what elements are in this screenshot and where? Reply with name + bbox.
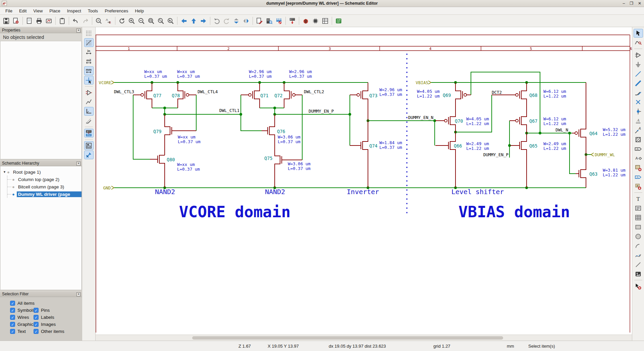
wl-parameters[interactable]: W=xx umL=0.37 um xyxy=(144,69,167,79)
annotate-button[interactable]: R?? xyxy=(288,16,297,25)
transistor-Q70[interactable] xyxy=(435,109,455,132)
plot-button[interactable] xyxy=(44,16,53,25)
filter-symbols[interactable]: ✓Symbols xyxy=(10,308,34,313)
delete-tool-button[interactable] xyxy=(634,282,643,291)
power-label[interactable]: VCORE xyxy=(99,80,111,85)
save-button[interactable] xyxy=(2,16,11,25)
wl-parameters[interactable]: W=3.06 umL=0.37 um xyxy=(278,134,301,144)
reference-designator[interactable]: Q73 xyxy=(369,93,377,98)
zoom-in-button[interactable] xyxy=(127,16,136,25)
reference-designator[interactable]: Q63 xyxy=(589,171,597,177)
wl-parameters[interactable]: W=xx umL=0.37 um xyxy=(177,162,200,172)
wire[interactable] xyxy=(455,95,492,132)
zoom-selection-button[interactable] xyxy=(166,16,175,25)
expander-icon[interactable]: ▼ xyxy=(3,170,7,174)
reference-designator[interactable]: Q79 xyxy=(153,129,161,134)
nav-forward-button[interactable] xyxy=(199,16,208,25)
transistor-Q80[interactable] xyxy=(150,155,165,188)
section-label[interactable]: Level shifter xyxy=(451,188,504,196)
place-power-button[interactable] xyxy=(634,60,643,69)
reference-designator[interactable]: Q68 xyxy=(529,93,537,98)
wl-parameters[interactable]: W=2.96 umL=0.37 um xyxy=(379,87,402,97)
checkbox-icon[interactable]: ✓ xyxy=(34,322,39,327)
checkbox-icon[interactable]: ✓ xyxy=(34,308,39,313)
wl-parameters[interactable]: W=6.12 umL=1.22 um xyxy=(543,116,566,126)
junction-dot[interactable] xyxy=(163,107,166,109)
net-label-button[interactable]: A xyxy=(634,116,643,125)
menu-place[interactable]: Place xyxy=(46,8,64,14)
reference-designator[interactable]: Q75 xyxy=(264,156,272,161)
junction-button[interactable] xyxy=(634,107,643,116)
assign-footprints-button[interactable] xyxy=(311,16,320,25)
transistor-Q76[interactable] xyxy=(262,114,275,155)
paste-button[interactable] xyxy=(58,16,67,25)
table-button[interactable] xyxy=(634,213,643,222)
minimize-icon[interactable]: – xyxy=(623,0,625,6)
wl-parameters[interactable]: W=2.96 umL=0.37 um xyxy=(289,69,312,79)
edit-symbol-fields-button[interactable] xyxy=(255,16,264,25)
full-cursor-button[interactable] xyxy=(84,76,94,84)
menu-file[interactable]: File xyxy=(2,8,16,14)
page-setup-button[interactable] xyxy=(25,16,34,25)
hv-wires-button[interactable] xyxy=(84,107,94,116)
transistor-Q71[interactable] xyxy=(241,82,260,108)
power-label[interactable]: DUMMY_WL xyxy=(595,152,615,157)
grid-style-button[interactable] xyxy=(84,38,94,47)
reference-designator[interactable]: Q80 xyxy=(167,157,175,162)
section-label[interactable]: NAND2 xyxy=(265,188,285,196)
wire[interactable] xyxy=(570,133,576,174)
net-label[interactable]: DUMMY_EN_P xyxy=(309,109,334,114)
reference-designator[interactable]: Q64 xyxy=(589,131,597,136)
units-mm-button[interactable]: mm xyxy=(84,66,94,75)
circle-button[interactable] xyxy=(634,232,643,241)
reference-designator[interactable]: Q66 xyxy=(454,143,462,149)
properties-toggle-button[interactable] xyxy=(84,151,94,159)
reference-designator[interactable]: Q69 xyxy=(443,93,451,98)
zoom-fit-button[interactable] xyxy=(147,16,156,25)
wl-parameters[interactable]: W=4.05 umL=1.22 um xyxy=(417,89,440,99)
place-text-button[interactable]: T xyxy=(634,194,643,203)
schematic-canvas[interactable]: 123456Q77W=xx umL=0.37 umQ78W=xx umL=0.3… xyxy=(96,27,632,341)
menu-view[interactable]: View xyxy=(30,8,46,14)
net-label[interactable]: DWL_CTL4 xyxy=(198,89,218,94)
reference-designator[interactable]: Q71 xyxy=(260,93,268,98)
hierarchy-item-column-top-page-2-[interactable]: ●Column top (page 2) xyxy=(7,176,82,183)
mirror-horizontal-button[interactable] xyxy=(241,16,251,25)
horizontal-scrollbar[interactable] xyxy=(96,335,632,341)
rotate-cw-button[interactable] xyxy=(222,16,231,25)
no-connect-button[interactable] xyxy=(634,98,643,106)
redo-button[interactable] xyxy=(81,16,90,25)
filter-text[interactable]: ✓Text xyxy=(10,329,34,334)
checkbox-icon[interactable]: ✓ xyxy=(10,315,15,320)
junction-dot[interactable] xyxy=(239,113,242,116)
transistor-Q74[interactable] xyxy=(350,121,368,188)
bus-entry-button[interactable] xyxy=(634,88,643,97)
checkbox-icon[interactable]: ✓ xyxy=(34,329,39,334)
sheet-pin-button[interactable]: A xyxy=(634,173,643,181)
net-label[interactable]: DWL_CTL3 xyxy=(114,89,134,94)
bezier-button[interactable] xyxy=(634,251,643,259)
filter-images[interactable]: ✓Images xyxy=(34,322,56,327)
transistor-Q65[interactable] xyxy=(510,133,527,188)
schematic-setup-button[interactable] xyxy=(11,16,20,25)
rotate-ccw-button[interactable] xyxy=(212,16,221,25)
grid-visibility-button[interactable] xyxy=(84,29,94,38)
hierarchy-item-dummy-wl-driver-page[interactable]: ●Dummy WL driver (page xyxy=(7,190,82,198)
junction-dot[interactable] xyxy=(348,113,351,116)
domain-title[interactable]: VCORE domain xyxy=(179,203,290,221)
wl-parameters[interactable]: W=3.06 umL=0.37 um xyxy=(288,161,311,171)
reference-designator[interactable]: Q72 xyxy=(274,93,282,98)
reference-designator[interactable]: Q76 xyxy=(277,129,285,134)
reference-designator[interactable]: Q74 xyxy=(369,143,377,149)
transistor-Q63[interactable] xyxy=(576,155,586,188)
hierarchy-item-root-page-1-[interactable]: ▼●Root (page 1) xyxy=(0,168,82,176)
place-symbol-button[interactable] xyxy=(634,51,643,59)
select-button[interactable] xyxy=(634,29,643,38)
global-label-button[interactable]: A xyxy=(634,144,643,153)
print-button[interactable] xyxy=(35,16,44,25)
net-label[interactable]: DCT2 xyxy=(492,90,502,95)
open-pcb-editor-button[interactable] xyxy=(334,16,343,25)
wl-parameters[interactable]: W=3.81 umL=1.22 um xyxy=(603,168,626,177)
schematic-drawing[interactable]: 123456Q77W=xx umL=0.37 umQ78W=xx umL=0.3… xyxy=(96,27,632,341)
menu-inspect[interactable]: Inspect xyxy=(64,8,85,14)
